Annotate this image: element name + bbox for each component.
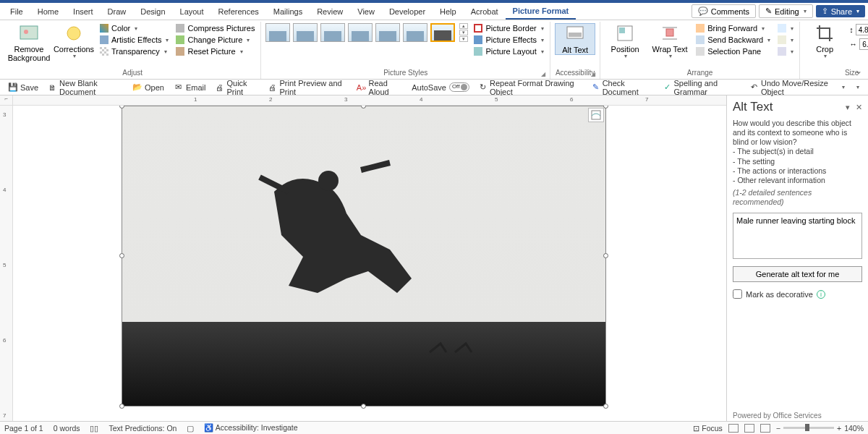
zoom-in-button[interactable]: + (837, 424, 841, 433)
view-read-mode[interactable] (728, 424, 739, 433)
status-predictions[interactable]: Text Predictions: On (109, 424, 176, 433)
zoom-slider[interactable] (783, 427, 834, 429)
qat-new[interactable]: 🗎New Blank Document (44, 77, 127, 98)
alt-text-button[interactable]: Alt Text (555, 23, 595, 55)
vertical-ruler[interactable]: 3 4 5 6 7 (0, 106, 13, 424)
tab-references[interactable]: References (211, 4, 266, 19)
horizontal-ruler[interactable]: 1 2 3 4 5 6 7 (13, 95, 726, 106)
focus-button[interactable]: ⊡ Focus (693, 424, 723, 433)
position-button[interactable]: Position▾ (605, 23, 645, 60)
zoom-value[interactable]: 140% (844, 424, 864, 433)
align-menu[interactable]: ▾ (776, 23, 795, 33)
gallery-scroll[interactable]: ▴▾▾ (459, 23, 468, 42)
selection-pane-button[interactable]: Selection Pane (694, 46, 772, 56)
compress-pictures-button[interactable]: Compress Pictures (174, 23, 256, 33)
resize-handle[interactable] (119, 106, 124, 109)
width-input[interactable] (859, 38, 868, 50)
picture-effects-menu[interactable]: Picture Effects▾ (472, 35, 545, 45)
tab-picture-format[interactable]: Picture Format (506, 4, 576, 20)
status-book-icon[interactable]: ▯▯ (90, 424, 98, 433)
reset-picture-menu[interactable]: Reset Picture▾ (174, 46, 256, 56)
resize-handle[interactable] (361, 106, 366, 109)
color-menu[interactable]: Color▾ (98, 23, 170, 33)
picture-layout-menu[interactable]: Picture Layout▾ (472, 46, 545, 56)
document-canvas[interactable] (13, 106, 726, 424)
rotate-menu[interactable]: ▾ (776, 46, 795, 56)
qat-quick-print[interactable]: 🖨Quick Print (211, 77, 263, 98)
style-thumb[interactable] (348, 23, 373, 42)
bring-forward-button[interactable]: Bring Forward▾ (694, 23, 772, 33)
qat-spelling[interactable]: ✓Spelling and Grammar (659, 77, 745, 98)
height-input[interactable] (856, 24, 868, 35)
dialog-launcher-icon[interactable]: ◢ (591, 71, 595, 77)
tab-review[interactable]: Review (310, 4, 350, 19)
qat-check-document[interactable]: ✎Check Document (588, 77, 658, 98)
tab-help[interactable]: Help (433, 4, 464, 19)
qat-save[interactable]: 💾Save (4, 82, 43, 93)
style-thumb[interactable] (265, 23, 290, 42)
resize-handle[interactable] (119, 253, 124, 258)
status-accessibility[interactable]: ♿ Accessibility: Investigate (204, 423, 297, 433)
qat-overflow[interactable]: ▾ (851, 82, 864, 92)
corrections-button[interactable]: Corrections▾ (54, 23, 94, 60)
mark-decorative-checkbox[interactable] (733, 289, 742, 299)
style-thumb-selected[interactable] (430, 23, 455, 42)
qat-open[interactable]: 📂Open (129, 82, 169, 93)
tab-file[interactable]: File (3, 4, 30, 19)
style-thumb[interactable] (320, 23, 345, 42)
zoom-out-button[interactable]: − (776, 424, 780, 433)
resize-handle[interactable] (603, 106, 608, 109)
wrap-text-button[interactable]: Wrap Text▾ (650, 23, 690, 60)
tab-draw[interactable]: Draw (101, 4, 134, 19)
change-picture-menu[interactable]: Change Picture▾ (174, 35, 256, 45)
artistic-effects-menu[interactable]: Artistic Effects▾ (98, 35, 170, 45)
height-field[interactable]: ↕ ▴▾ (849, 24, 868, 35)
resize-handle[interactable] (119, 404, 124, 409)
alt-text-input[interactable] (733, 213, 862, 259)
qat-repeat[interactable]: ↻Repeat Format Drawing Object (475, 77, 587, 98)
tab-developer[interactable]: Developer (382, 4, 433, 19)
tab-mailings[interactable]: Mailings (266, 4, 310, 19)
width-field[interactable]: ↔ ▴▾ (849, 38, 868, 50)
crop-button[interactable]: Crop▾ (804, 23, 845, 60)
tab-layout[interactable]: Layout (173, 4, 211, 19)
comments-button[interactable]: 💬Comments (692, 4, 756, 18)
tab-home[interactable]: Home (30, 4, 66, 19)
zoom-control[interactable]: − + 140% (776, 424, 864, 433)
qat-read-aloud[interactable]: A»Read Aloud (353, 77, 407, 98)
send-backward-button[interactable]: Send Backward▾ (694, 35, 772, 45)
layout-options-button[interactable] (588, 108, 604, 122)
qat-email[interactable]: ✉Email (170, 82, 210, 93)
autosave-toggle[interactable]: Off (449, 82, 469, 92)
tab-acrobat[interactable]: Acrobat (464, 4, 506, 19)
editing-mode-button[interactable]: ✎Editing▾ (759, 4, 813, 18)
tab-view[interactable]: View (350, 4, 382, 19)
share-button[interactable]: ⇪Share▾ (816, 5, 865, 17)
tab-insert[interactable]: Insert (66, 4, 101, 19)
group-menu[interactable]: ▾ (776, 35, 795, 45)
style-thumb[interactable] (375, 23, 400, 42)
view-print-layout[interactable] (744, 424, 754, 433)
status-page[interactable]: Page 1 of 1 (4, 424, 43, 433)
picture-styles-gallery[interactable]: ▴▾▾ (265, 23, 468, 42)
selected-picture[interactable] (122, 106, 606, 407)
pane-options-button[interactable]: ▾ (846, 103, 850, 112)
resize-handle[interactable] (603, 404, 608, 409)
style-thumb[interactable] (293, 23, 318, 42)
resize-handle[interactable] (361, 404, 366, 409)
tab-design[interactable]: Design (133, 4, 172, 19)
info-icon[interactable]: i (817, 290, 825, 299)
collapse-ribbon-button[interactable]: ⌄ (855, 66, 862, 76)
style-thumb[interactable] (403, 23, 427, 42)
view-web-layout[interactable] (760, 424, 770, 433)
status-macro-icon[interactable]: ▢ (187, 424, 194, 433)
remove-background-button[interactable]: Remove Background (9, 23, 49, 62)
qat-autosave[interactable]: AutoSave Off (407, 81, 474, 93)
qat-undo[interactable]: ↶Undo Move/Resize Object▾ (746, 77, 849, 98)
status-words[interactable]: 0 words (54, 424, 80, 433)
picture-border-menu[interactable]: Picture Border▾ (472, 23, 545, 33)
qat-print-preview[interactable]: 🖨Print Preview and Print (264, 77, 351, 98)
generate-alt-text-button[interactable]: Generate alt text for me (733, 266, 862, 282)
pane-close-button[interactable]: ✕ (856, 103, 862, 112)
resize-handle[interactable] (603, 253, 608, 258)
